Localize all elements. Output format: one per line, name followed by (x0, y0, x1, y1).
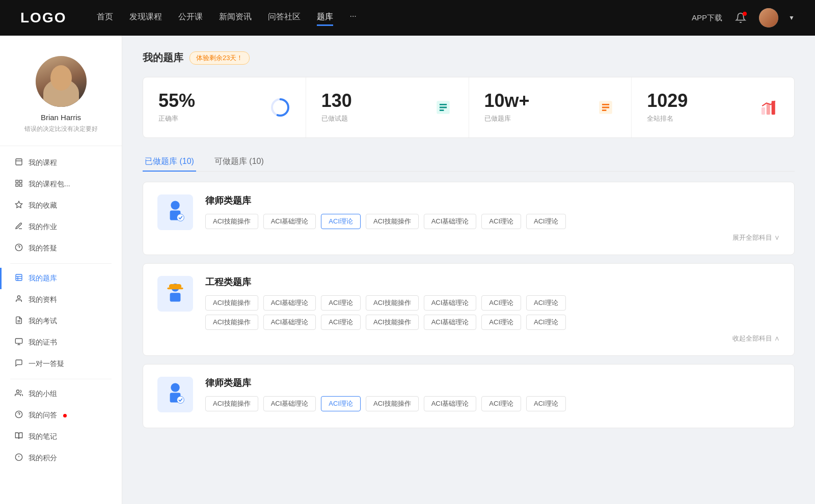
tag-lawyer2-6[interactable]: ACI理论 (481, 396, 521, 411)
sidebar-item-notes[interactable]: 我的笔记 (0, 426, 122, 447)
avatar-image (36, 56, 87, 107)
nav-discover[interactable]: 发现课程 (129, 10, 162, 26)
tag-lawyer2-4[interactable]: ACI技能操作 (366, 396, 419, 411)
sidebar-item-my-courses[interactable]: 我的课程 (0, 152, 122, 174)
tag-lawyer2-1[interactable]: ACI技能操作 (205, 396, 258, 411)
questions-icon (14, 410, 23, 421)
tag-lawyer1-2[interactable]: ACI基础理论 (263, 214, 316, 229)
certificate-label: 我的证书 (29, 338, 57, 347)
app-download-button[interactable]: APP下载 (692, 13, 722, 23)
tag-eng-1-2[interactable]: ACI基础理论 (263, 295, 316, 311)
tag-lawyer1-6[interactable]: ACI理论 (481, 214, 521, 229)
svg-point-13 (17, 296, 20, 298)
nav-home[interactable]: 首页 (97, 10, 113, 26)
qbank-icon-lawyer-2 (157, 377, 193, 412)
qbank-icon-lawyer-1 (157, 194, 193, 230)
sidebar-item-group[interactable]: 我的小组 (0, 383, 122, 405)
sidebar-item-course-package[interactable]: 我的课程包... (0, 174, 122, 195)
done-banks-value: 10w+ (484, 92, 530, 110)
tag-eng-2-4[interactable]: ACI技能操作 (366, 315, 419, 330)
expand-link-lawyer-1[interactable]: 展开全部科目 ∨ (205, 233, 780, 242)
qbank-icon-engineer (157, 276, 193, 312)
tag-eng-2-7[interactable]: ACI理论 (526, 315, 566, 330)
accuracy-icon (270, 97, 290, 118)
tags-row-lawyer-1: ACI技能操作 ACI基础理论 ACI理论 ACI技能操作 ACI基础理论 AC… (205, 214, 780, 229)
nav-open-course[interactable]: 公开课 (178, 10, 203, 26)
sidebar-item-certificate[interactable]: 我的证书 (0, 332, 122, 353)
tag-lawyer2-7[interactable]: ACI理论 (526, 396, 566, 411)
tag-lawyer1-4[interactable]: ACI技能操作 (366, 214, 419, 229)
stat-accuracy: 55% 正确率 (143, 77, 306, 137)
tag-lawyer2-2[interactable]: ACI基础理论 (263, 396, 316, 411)
questions-label: 我的问答 (29, 411, 57, 420)
avatar-dropdown-icon[interactable]: ▼ (789, 14, 795, 21)
sidebar-item-tutor[interactable]: 一对一答疑 (0, 353, 122, 375)
tag-eng-2-6[interactable]: ACI理论 (481, 315, 521, 330)
sidebar-item-questions[interactable]: 我的问答 (0, 405, 122, 426)
qbank-label: 我的题库 (29, 274, 57, 283)
tag-eng-1-7[interactable]: ACI理论 (526, 295, 566, 311)
divider-2 (10, 379, 112, 379)
tag-eng-1-4[interactable]: ACI技能操作 (366, 295, 419, 311)
ranking-value: 1029 (647, 92, 688, 110)
tutor-icon (14, 359, 23, 369)
tag-lawyer2-5[interactable]: ACI基础理论 (424, 396, 477, 411)
tag-lawyer1-1[interactable]: ACI技能操作 (205, 214, 258, 229)
logo[interactable]: LOGO (20, 10, 66, 26)
tag-lawyer1-3[interactable]: ACI理论 (321, 214, 361, 229)
notification-bell[interactable] (732, 10, 749, 26)
qbank-content-lawyer-1: 律师类题库 ACI技能操作 ACI基础理论 ACI理论 ACI技能操作 ACI基… (205, 194, 780, 242)
svg-rect-3 (19, 180, 22, 183)
nav-news[interactable]: 新闻资讯 (219, 10, 252, 26)
page-header: 我的题库 体验剩余23天！ (143, 51, 795, 65)
tab-done-banks[interactable]: 已做题库 (10) (143, 152, 196, 171)
avatar[interactable] (759, 8, 778, 27)
tag-lawyer1-7[interactable]: ACI理论 (526, 214, 566, 229)
tab-available-banks[interactable]: 可做题库 (10) (212, 152, 266, 171)
my-courses-label: 我的课程 (29, 158, 57, 167)
tag-eng-1-1[interactable]: ACI技能操作 (205, 295, 258, 311)
profile-icon (14, 295, 23, 305)
tutor-label: 一对一答疑 (29, 359, 64, 369)
exam-icon (14, 316, 23, 326)
svg-rect-44 (170, 293, 181, 301)
points-label: 我的积分 (29, 454, 57, 463)
sidebar-item-homework[interactable]: 我的作业 (0, 216, 122, 238)
nav-question-bank[interactable]: 题库 (317, 10, 333, 26)
sidebar-item-points[interactable]: 我的积分 (0, 447, 122, 469)
certificate-icon (14, 338, 23, 348)
group-label: 我的小组 (29, 389, 57, 399)
sidebar-item-qbank[interactable]: 我的题库 (0, 268, 122, 289)
homework-icon (14, 222, 23, 232)
sidebar-item-qa[interactable]: 我的答疑 (0, 238, 122, 259)
svg-rect-9 (16, 274, 22, 281)
homework-label: 我的作业 (29, 222, 57, 232)
favorites-label: 我的收藏 (29, 201, 57, 210)
tag-eng-2-1[interactable]: ACI技能操作 (205, 315, 258, 330)
collapse-link-engineer[interactable]: 收起全部科目 ∧ (205, 334, 780, 343)
tag-lawyer2-3[interactable]: ACI理论 (321, 396, 361, 411)
svg-point-40 (177, 214, 184, 221)
qbank-icon (14, 273, 23, 284)
profile-avatar (36, 56, 87, 107)
tag-eng-2-2[interactable]: ACI基础理论 (263, 315, 316, 330)
trial-badge: 体验剩余23天！ (189, 51, 250, 65)
svg-rect-36 (767, 104, 770, 115)
tag-lawyer1-5[interactable]: ACI基础理论 (424, 214, 477, 229)
sidebar-item-favorites[interactable]: 我的收藏 (0, 195, 122, 216)
stat-done-questions: 130 已做试题 (306, 77, 469, 137)
qbank-card-lawyer-1: 律师类题库 ACI技能操作 ACI基础理论 ACI理论 ACI技能操作 ACI基… (143, 182, 795, 255)
nav-qa[interactable]: 问答社区 (268, 10, 301, 26)
tag-eng-2-5[interactable]: ACI基础理论 (424, 315, 477, 330)
sidebar-item-exam[interactable]: 我的考试 (0, 311, 122, 332)
tag-eng-1-6[interactable]: ACI理论 (481, 295, 521, 311)
tag-eng-1-3[interactable]: ACI理论 (321, 295, 361, 311)
nav-more[interactable]: ··· (349, 10, 356, 26)
svg-point-38 (171, 201, 179, 209)
qbank-title-lawyer-2: 律师类题库 (205, 377, 780, 389)
questions-red-dot (63, 414, 67, 417)
tag-eng-1-5[interactable]: ACI基础理论 (424, 295, 477, 311)
nav-right: APP下载 ▼ (692, 8, 795, 27)
tag-eng-2-3[interactable]: ACI理论 (321, 315, 361, 330)
sidebar-item-profile[interactable]: 我的资料 (0, 289, 122, 311)
